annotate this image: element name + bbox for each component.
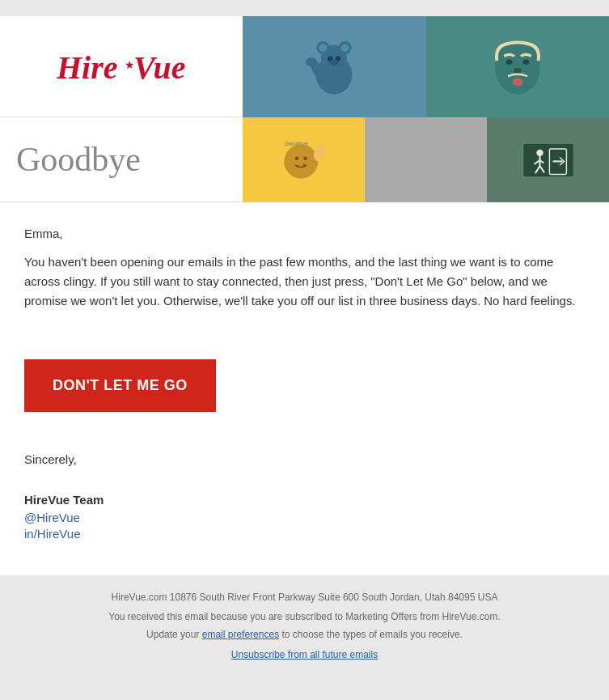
einstein-illustration [485,35,550,100]
yellow-tile: Goodbye [243,117,365,202]
bear-illustration [302,35,366,100]
goodbye-section: Goodbye [0,117,243,202]
svg-point-20 [294,156,298,160]
svg-point-8 [341,44,349,52]
preferences-before-text: Update your [146,629,202,640]
empty-tile [365,117,487,202]
subscription-notice: You received this email because you are … [24,611,585,622]
email-footer: HireVue.com 10876 South River Front Park… [0,575,609,677]
svg-text:Goodbye: Goodbye [285,141,308,147]
svg-text:Vue: Vue [133,49,185,86]
svg-text:Hire: Hire [57,49,118,86]
svg-point-11 [330,59,339,66]
logo-section: Hire ★ Vue [0,16,243,117]
svg-point-16 [522,59,529,64]
bear-tile [243,16,426,117]
svg-point-19 [284,144,318,178]
team-name-text: HireVue Team [24,493,585,507]
svg-point-22 [297,165,299,168]
header-row1: Hire ★ Vue [0,16,609,117]
linkedin-link[interactable]: in/HireVue [24,527,585,541]
svg-point-30 [536,149,543,155]
svg-point-13 [306,57,317,66]
header-image-tiles-row2: Goodbye [243,117,609,202]
svg-point-23 [302,163,305,166]
dont-let-me-go-button[interactable]: DON'T LET ME GO [24,359,216,412]
cookie-waving-illustration: Goodbye [280,136,328,185]
svg-point-15 [505,59,512,64]
signature-section: Sincerely, HireVue Team @HireVue in/Hire… [0,436,609,575]
svg-point-18 [512,78,522,86]
unsubscribe-link[interactable]: Unsubscribe from all future emails [231,649,378,660]
exit-sign-illustration [520,140,577,180]
svg-point-7 [319,44,328,52]
header-row2: Goodbye [0,117,609,202]
preferences-after-text: to choose the types of emails you receiv… [279,629,463,640]
exit-tile [487,117,609,202]
preferences-text: Update your email preferences to choose … [24,629,585,640]
sincerely-text: Sincerely, [24,452,585,466]
footer-address: HireVue.com 10876 South River Front Park… [24,592,585,603]
svg-point-21 [303,156,307,160]
email-body: Emma, You haven't been opening our email… [0,202,609,351]
cta-section: DON'T LET ME GO [0,351,609,436]
goodbye-heading: Goodbye [16,140,141,179]
svg-point-17 [514,67,522,72]
body-paragraph: You haven't been opening our emails in t… [24,252,585,311]
twitter-link[interactable]: @HireVue [24,511,585,524]
hirevue-logo: Hire ★ Vue [57,45,186,89]
header-image-tiles-row1 [243,16,609,117]
email-preferences-link[interactable]: email preferences [202,629,279,640]
svg-point-14 [495,40,540,94]
einstein-tile [426,16,610,117]
salutation-text: Emma, [24,227,585,240]
email-container: Hire ★ Vue [0,16,609,677]
